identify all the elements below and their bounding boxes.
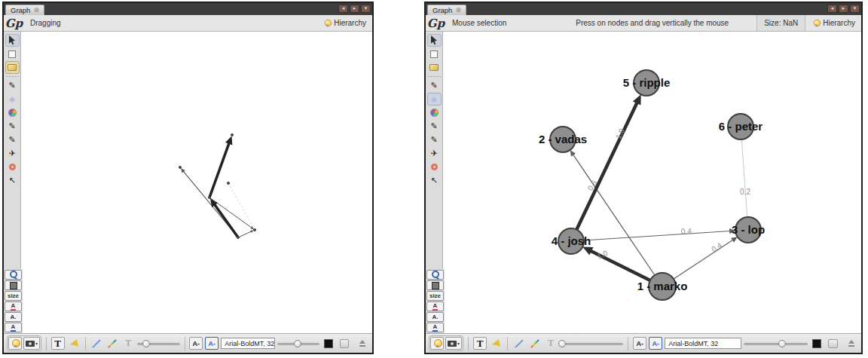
default-color-swatch[interactable] [322, 337, 335, 350]
zoom-fit-button[interactable] [426, 270, 444, 280]
edit-node-button[interactable]: ↖ [5, 174, 20, 187]
size-reset-button[interactable]: size [5, 291, 22, 301]
edge-label-toggle[interactable]: T [121, 337, 135, 350]
tab-graph[interactable]: Graph ⊗ [5, 5, 44, 15]
camera-icon [448, 341, 457, 347]
graph-node[interactable] [231, 134, 234, 136]
camera-icon [26, 341, 35, 347]
hierarchy-toggle[interactable]: Hierarchy [316, 15, 372, 31]
painter-icon: ✎ [8, 122, 15, 130]
edge-arrow-toggle[interactable] [67, 337, 81, 350]
sizer-tool-button[interactable]: ◆ [427, 93, 442, 106]
tab-scroll-left-button[interactable]: ◄ [338, 5, 348, 13]
font-field[interactable]: Arial-BoldMT, 32 [221, 338, 274, 349]
label-size-button[interactable]: A [5, 323, 22, 332]
screenshot-dropdown[interactable]: ▾ [445, 337, 462, 350]
painter-tool-button[interactable]: ✎ [427, 120, 442, 133]
edge-font-button[interactable]: A- [649, 337, 662, 350]
graph-node[interactable] [254, 229, 256, 231]
edge-color-toggle[interactable] [105, 337, 119, 350]
rect-select-button[interactable] [5, 47, 20, 60]
slider-knob[interactable] [142, 340, 150, 347]
brush-tool-button[interactable]: ✎ [5, 79, 20, 92]
graph-node[interactable] [228, 182, 230, 185]
color-gradient-button[interactable] [427, 106, 442, 119]
shortest-path-button[interactable]: ✈ [5, 147, 20, 160]
node-font-button[interactable]: A- [189, 337, 203, 350]
size-reset-button[interactable]: size [426, 291, 444, 301]
yellow-arrow-icon [69, 339, 78, 348]
pencil-tool-button[interactable]: ✎ [427, 133, 442, 146]
color-gradient-button[interactable] [5, 106, 20, 119]
label-color-button[interactable]: A [426, 301, 444, 311]
pointer-tool-button[interactable] [427, 34, 442, 47]
lightbulb-icon [814, 20, 820, 26]
edge-arrow-toggle[interactable] [489, 337, 503, 350]
heatmap-tool-button[interactable] [427, 161, 442, 173]
drag-tool-button[interactable] [5, 61, 20, 74]
label-color-button[interactable]: A [5, 301, 22, 311]
default-color-swatch[interactable] [810, 337, 824, 350]
tab-scroll-right-button[interactable]: ► [839, 5, 848, 13]
edit-node-button[interactable]: ↖ [427, 174, 442, 187]
attributes-button[interactable] [826, 337, 840, 350]
painter-tool-button[interactable]: ✎ [5, 120, 20, 133]
edge-scale-slider[interactable] [137, 338, 179, 349]
slider-knob[interactable] [294, 340, 301, 347]
collapse-button[interactable] [356, 337, 369, 350]
graph-node[interactable] [209, 197, 211, 199]
graph-svg[interactable]: 0.51.00.41.00.40.21 - marko2 - vadas3 - … [443, 32, 861, 333]
graph-svg[interactable] [21, 32, 372, 333]
node-font-button[interactable]: A- [633, 337, 646, 350]
shortest-path-button[interactable]: ✈ [427, 147, 442, 160]
graph-node[interactable] [179, 167, 182, 169]
edge-display-toggle[interactable] [512, 337, 526, 350]
size-indicator: Size: NaN [756, 15, 805, 31]
edge-font-button[interactable]: A- [205, 337, 219, 350]
tab-close-icon[interactable]: ⊗ [33, 7, 39, 14]
tab-scroll-right-button[interactable]: ► [350, 5, 359, 13]
screenshot-dropdown[interactable]: ▾ [23, 337, 40, 350]
font-field[interactable]: Arial-BoldMT, 32 [665, 338, 741, 349]
graph-canvas[interactable]: 0.51.00.41.00.40.21 - marko2 - vadas3 - … [443, 32, 861, 333]
edge-scale-slider[interactable] [560, 338, 623, 349]
brush-tool-button[interactable]: ✎ [427, 79, 442, 92]
light-toggle-button[interactable] [430, 337, 444, 350]
graph-node[interactable] [237, 237, 240, 239]
collapse-button[interactable] [845, 337, 858, 350]
attributes-button[interactable] [338, 337, 351, 350]
zoom-slider[interactable] [277, 338, 319, 349]
label-toggle-button[interactable]: A. [426, 312, 444, 322]
tab-graph[interactable]: Graph ⊗ [427, 5, 466, 15]
edge-color-toggle[interactable] [528, 337, 542, 350]
tab-scroll-left-button[interactable]: ◄ [827, 5, 837, 13]
rect-select-button[interactable] [427, 47, 442, 60]
tab-list-button[interactable]: ▼ [850, 5, 860, 13]
hierarchy-toggle[interactable]: Hierarchy [805, 15, 861, 31]
edge-label-toggle[interactable]: T [544, 337, 558, 350]
label-size-button[interactable]: A [426, 323, 444, 332]
plane-icon: ✈ [8, 149, 15, 158]
tab-list-button[interactable]: ▼ [361, 5, 371, 13]
attributes-icon [340, 339, 349, 348]
heatmap-tool-button[interactable] [5, 161, 20, 173]
tab-close-icon[interactable]: ⊗ [455, 7, 461, 14]
background-color-button[interactable] [426, 280, 444, 290]
zoom-slider[interactable] [744, 338, 807, 349]
edge-display-toggle[interactable] [90, 337, 103, 350]
node-label-toggle[interactable]: T [473, 337, 487, 350]
yellow-arrow-icon [491, 339, 500, 348]
light-toggle-button[interactable] [8, 337, 22, 350]
pencil-tool-button[interactable]: ✎ [5, 133, 20, 146]
graph-canvas[interactable] [21, 32, 372, 333]
background-color-button[interactable] [5, 280, 22, 290]
status-bar: Gp Dragging Hierarchy [4, 15, 372, 32]
drag-tool-button[interactable] [427, 61, 442, 74]
sizer-tool-button[interactable]: ◆ [5, 93, 20, 106]
slider-knob[interactable] [778, 340, 786, 347]
node-label-toggle[interactable]: T [51, 337, 65, 350]
slider-knob[interactable] [558, 340, 566, 347]
pointer-tool-button[interactable] [5, 34, 20, 47]
zoom-fit-button[interactable] [5, 270, 22, 280]
label-toggle-button[interactable]: A. [5, 312, 22, 322]
